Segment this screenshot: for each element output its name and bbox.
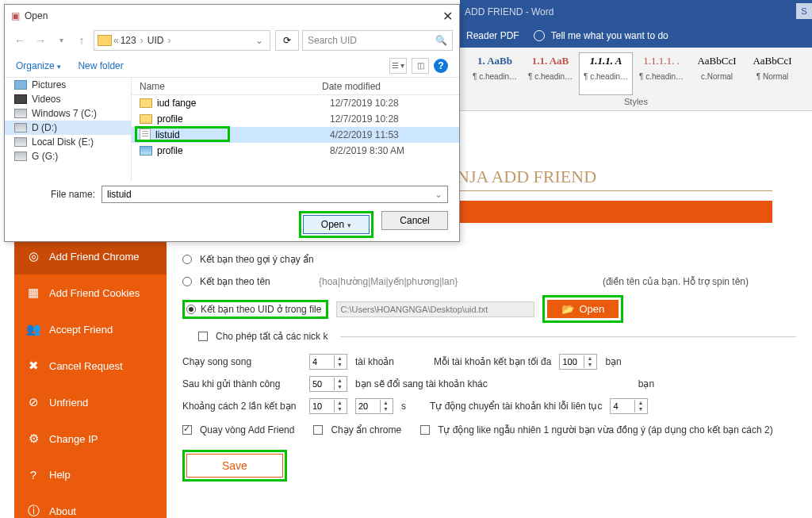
uid-path-input[interactable] — [336, 301, 534, 317]
dialog-title: Open — [25, 10, 48, 21]
textfile-icon — [140, 129, 151, 141]
nav-recent-icon[interactable]: ▾ — [52, 32, 70, 49]
filename-label: File name: — [16, 189, 95, 200]
sidebar-item-accept-friend[interactable]: 👥Accept Friend — [14, 311, 167, 347]
view-options-icon[interactable]: ☰ ▾ — [389, 58, 407, 74]
chk-hidden[interactable] — [313, 425, 323, 435]
tree-drive-e[interactable]: Local Disk (E:) — [5, 135, 131, 149]
folder-icon — [140, 98, 152, 108]
tree-drive-d[interactable]: D (D:) — [5, 121, 131, 135]
col-date[interactable]: Date modified — [322, 81, 459, 92]
tell-me-box[interactable]: Tell me what you want to do — [534, 30, 668, 41]
sidebar-item-cancel-request[interactable]: ✖Cancel Request — [14, 347, 167, 384]
file-row[interactable]: iud fange12/7/2019 10:28 — [132, 95, 459, 111]
word-titlebar: ADD FRIEND - Word S — [460, 0, 812, 24]
refresh-icon[interactable]: ⟳ — [275, 30, 299, 51]
preview-pane-icon[interactable]: ◫ — [412, 58, 429, 74]
search-icon: 🔍 — [435, 35, 447, 46]
organize-menu[interactable]: Organize ▾ — [16, 60, 61, 71]
open-uid-button[interactable]: 📂 Open — [547, 300, 619, 318]
help-icon[interactable]: ? — [434, 59, 448, 73]
accept-icon: 👥 — [25, 322, 41, 336]
close-icon[interactable]: ✕ — [442, 9, 453, 24]
spin-parallel[interactable]: ▲▼ — [309, 354, 347, 370]
radio-suggest[interactable] — [182, 255, 192, 264]
spin-gap1[interactable]: ▲▼ — [309, 398, 347, 414]
chrome-icon: ◎ — [25, 249, 41, 263]
word-doc-title: ADD FRIEND - Word — [465, 6, 553, 17]
sidebar-item-about[interactable]: ⓘAbout — [14, 493, 167, 518]
file-row[interactable]: profile8/2/2019 8:30 AM — [132, 143, 459, 159]
help-icon: ? — [25, 468, 41, 482]
tree-pictures[interactable]: Pictures — [5, 78, 131, 92]
image-icon — [140, 146, 152, 155]
folder-icon — [98, 35, 112, 46]
filename-input[interactable]: listuid ⌄ — [102, 186, 448, 203]
open-file-dialog: ▣ Open ✕ ← → ▾ ↑ « 123› UID› ⌄ ⟳ Search … — [4, 4, 460, 242]
gear-icon: ⚙ — [25, 432, 41, 446]
bulb-icon — [534, 30, 545, 41]
sidebar-item-help[interactable]: ?Help — [14, 457, 167, 493]
radio-uid[interactable] — [186, 305, 196, 314]
folder-icon: 📂 — [561, 303, 574, 315]
folder-tree: Pictures Videos Windows 7 (C:) D (D:) Lo… — [5, 78, 132, 181]
radio-name[interactable] — [182, 277, 192, 286]
sidebar-item-change-ip[interactable]: ⚙Change IP — [14, 420, 167, 457]
chk-allow-all[interactable] — [198, 332, 208, 341]
spin-after[interactable]: ▲▼ — [309, 376, 347, 392]
chevron-down-icon[interactable]: ⌄ — [255, 35, 266, 46]
word-share-button[interactable]: S — [796, 3, 812, 19]
nav-back-icon[interactable]: ← — [11, 32, 29, 49]
ribbon-tab-reader[interactable]: Reader PDF — [466, 30, 519, 41]
sidebar-item-unfriend[interactable]: ⊘Unfriend — [14, 384, 167, 420]
cookies-icon: ▦ — [25, 286, 41, 300]
ninja-sidebar: ◎Add Friend Chrome ▦Add Friend Cookies 👥… — [14, 238, 167, 518]
new-folder-button[interactable]: New folder — [78, 60, 123, 71]
nav-up-icon[interactable]: ↑ — [73, 32, 90, 49]
styles-group-label: Styles — [460, 97, 812, 106]
tree-drive-g[interactable]: G (G:) — [5, 149, 131, 163]
unfriend-icon: ⊘ — [25, 395, 41, 409]
tree-drive-c[interactable]: Windows 7 (C:) — [5, 106, 131, 121]
file-row-selected[interactable]: listuid4/22/2019 11:53 — [132, 127, 459, 143]
chevron-down-icon[interactable]: ⌄ — [435, 189, 442, 200]
spin-gap2[interactable]: ▲▼ — [355, 398, 393, 414]
file-list: Name Date modified iud fange12/7/2019 10… — [132, 78, 459, 181]
dialog-cancel-button[interactable]: Cancel — [381, 211, 448, 230]
folder-icon — [140, 114, 152, 124]
spin-each-max[interactable]: ▲▼ — [559, 354, 597, 370]
app-icon: ▣ — [11, 10, 20, 21]
tree-videos[interactable]: Videos — [5, 92, 131, 106]
nav-fwd-icon[interactable]: → — [32, 32, 49, 49]
dialog-open-button[interactable]: Open▾ — [303, 215, 370, 234]
chk-autolike[interactable] — [420, 425, 430, 435]
spin-autoswitch[interactable]: ▲▼ — [610, 398, 648, 414]
sidebar-item-addfriend-cookies[interactable]: ▦Add Friend Cookies — [14, 274, 167, 311]
col-name[interactable]: Name — [132, 81, 322, 92]
file-row[interactable]: profile12/7/2019 10:28 — [132, 111, 459, 127]
info-icon: ⓘ — [25, 504, 41, 518]
chk-loop[interactable] — [182, 425, 192, 435]
save-button[interactable]: Save — [186, 454, 283, 478]
cancel-icon: ✖ — [25, 359, 41, 373]
breadcrumb[interactable]: « 123› UID› ⌄ — [94, 30, 270, 51]
search-input[interactable]: Search UID 🔍 — [302, 30, 453, 51]
